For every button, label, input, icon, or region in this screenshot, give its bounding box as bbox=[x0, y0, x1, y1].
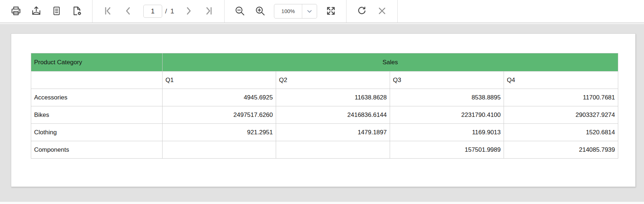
table-row: Bikes 2497517.6260 2416836.6144 2231790.… bbox=[31, 106, 618, 124]
value-cell-q3: 1169.9013 bbox=[390, 124, 504, 141]
quarter-header-q1: Q1 bbox=[163, 72, 276, 89]
report-viewer-toolbar: / 1 bbox=[0, 0, 644, 23]
value-cell-q2: 1479.1897 bbox=[276, 124, 390, 141]
refresh-icon bbox=[356, 5, 367, 17]
last-page-button[interactable] bbox=[202, 3, 216, 19]
toolbar-separator bbox=[224, 0, 225, 23]
zoom-out-button[interactable] bbox=[233, 3, 247, 19]
value-cell-q3: 2231790.4100 bbox=[390, 106, 504, 124]
value-cell-q1: 4945.6925 bbox=[163, 89, 276, 106]
viewer-background: Product Category Sales Q1 Q2 Q3 Q4 Acces… bbox=[0, 24, 644, 202]
value-cell-q3: 8538.8895 bbox=[390, 89, 504, 106]
close-icon bbox=[377, 6, 387, 17]
first-page-button[interactable] bbox=[101, 3, 115, 19]
table-row: Components 157501.9989 214085.7939 bbox=[31, 141, 618, 159]
category-cell: Accessories bbox=[31, 89, 163, 106]
previous-page-button[interactable] bbox=[121, 3, 135, 19]
value-cell-q2: 11638.8628 bbox=[276, 89, 390, 106]
quarter-header-q3: Q3 bbox=[390, 72, 504, 89]
fullscreen-icon bbox=[326, 6, 336, 17]
page-setup-button[interactable] bbox=[70, 3, 84, 19]
value-cell-q4: 214085.7939 bbox=[504, 141, 618, 159]
category-cell: Components bbox=[31, 141, 163, 159]
value-cell-q4: 2903327.9274 bbox=[504, 106, 618, 124]
value-cell-q3: 157501.9989 bbox=[390, 141, 504, 159]
page-count-label: / 1 bbox=[165, 7, 175, 15]
empty-header-cell bbox=[31, 72, 163, 89]
zoom-in-button[interactable] bbox=[253, 3, 267, 19]
value-cell-q2: 2416836.6144 bbox=[276, 106, 390, 124]
export-icon bbox=[31, 5, 42, 17]
report-page: Product Category Sales Q1 Q2 Q3 Q4 Acces… bbox=[11, 33, 636, 187]
zoom-value-label: 100% bbox=[274, 4, 302, 18]
toolbar-separator bbox=[397, 0, 398, 23]
fullscreen-button[interactable] bbox=[324, 3, 338, 19]
value-cell-q1 bbox=[163, 141, 276, 159]
value-cell-q4: 11700.7681 bbox=[504, 89, 618, 106]
first-page-icon bbox=[103, 6, 113, 17]
zoom-in-icon bbox=[255, 5, 266, 17]
zoom-out-icon bbox=[234, 5, 245, 17]
print-button[interactable] bbox=[9, 3, 23, 19]
next-page-icon bbox=[184, 6, 194, 17]
category-cell: Clothing bbox=[31, 124, 163, 141]
previous-page-icon bbox=[123, 6, 133, 17]
quarter-header-q2: Q2 bbox=[276, 72, 390, 89]
value-cell-q4: 1520.6814 bbox=[504, 124, 618, 141]
last-page-icon bbox=[204, 6, 214, 17]
close-button[interactable] bbox=[375, 3, 389, 19]
page-setup-icon bbox=[71, 5, 82, 17]
page-number-input[interactable] bbox=[143, 5, 162, 18]
value-cell-q2 bbox=[276, 141, 390, 159]
category-cell: Bikes bbox=[31, 106, 163, 124]
toolbar-separator bbox=[346, 0, 346, 23]
print-icon bbox=[11, 5, 21, 17]
table-row: Accessories 4945.6925 11638.8628 8538.88… bbox=[31, 89, 618, 106]
column-header-sales: Sales bbox=[163, 53, 618, 72]
export-button[interactable] bbox=[29, 3, 43, 19]
column-header-product-category: Product Category bbox=[31, 53, 163, 72]
value-cell-q1: 2497517.6260 bbox=[163, 106, 276, 124]
print-layout-button[interactable] bbox=[50, 3, 63, 19]
bottom-strip bbox=[0, 202, 644, 204]
quarter-header-q4: Q4 bbox=[504, 72, 618, 89]
table-row: Clothing 921.2951 1479.1897 1169.9013 15… bbox=[31, 124, 618, 141]
value-cell-q1: 921.2951 bbox=[163, 124, 276, 141]
toolbar-separator bbox=[92, 0, 93, 23]
chevron-down-icon bbox=[302, 4, 317, 18]
zoom-dropdown[interactable]: 100% bbox=[274, 4, 317, 19]
refresh-button[interactable] bbox=[355, 3, 369, 19]
print-layout-icon bbox=[52, 6, 62, 17]
next-page-button[interactable] bbox=[182, 3, 196, 19]
sales-report-table: Product Category Sales Q1 Q2 Q3 Q4 Acces… bbox=[31, 53, 618, 159]
